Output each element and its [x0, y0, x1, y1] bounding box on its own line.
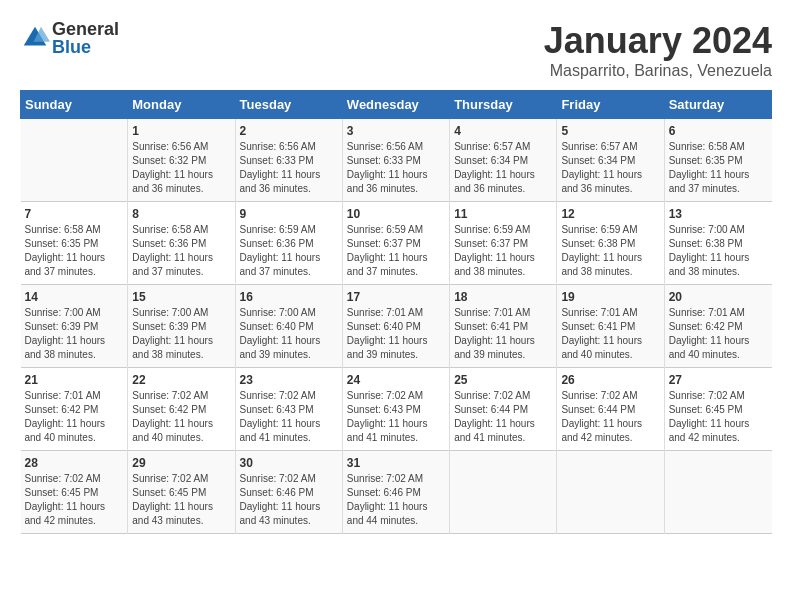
calendar-cell: 24Sunrise: 7:02 AMSunset: 6:43 PMDayligh… — [342, 368, 449, 451]
day-number: 16 — [240, 290, 338, 304]
calendar-cell: 14Sunrise: 7:00 AMSunset: 6:39 PMDayligh… — [21, 285, 128, 368]
calendar-cell: 8Sunrise: 6:58 AMSunset: 6:36 PMDaylight… — [128, 202, 235, 285]
day-info: Sunrise: 6:56 AMSunset: 6:33 PMDaylight:… — [347, 140, 445, 196]
day-info: Sunrise: 7:02 AMSunset: 6:45 PMDaylight:… — [669, 389, 768, 445]
day-info: Sunrise: 7:02 AMSunset: 6:45 PMDaylight:… — [132, 472, 230, 528]
day-info: Sunrise: 7:00 AMSunset: 6:38 PMDaylight:… — [669, 223, 768, 279]
day-number: 26 — [561, 373, 659, 387]
day-info: Sunrise: 7:00 AMSunset: 6:40 PMDaylight:… — [240, 306, 338, 362]
calendar-cell: 26Sunrise: 7:02 AMSunset: 6:44 PMDayligh… — [557, 368, 664, 451]
calendar-cell: 31Sunrise: 7:02 AMSunset: 6:46 PMDayligh… — [342, 451, 449, 534]
day-number: 8 — [132, 207, 230, 221]
day-info: Sunrise: 7:01 AMSunset: 6:42 PMDaylight:… — [669, 306, 768, 362]
day-number: 23 — [240, 373, 338, 387]
day-number: 6 — [669, 124, 768, 138]
day-info: Sunrise: 6:59 AMSunset: 6:38 PMDaylight:… — [561, 223, 659, 279]
day-info: Sunrise: 6:58 AMSunset: 6:35 PMDaylight:… — [669, 140, 768, 196]
day-info: Sunrise: 6:57 AMSunset: 6:34 PMDaylight:… — [454, 140, 552, 196]
day-number: 27 — [669, 373, 768, 387]
day-number: 25 — [454, 373, 552, 387]
header-row: SundayMondayTuesdayWednesdayThursdayFrid… — [21, 91, 772, 119]
logo-general: General — [52, 20, 119, 38]
week-row-3: 14Sunrise: 7:00 AMSunset: 6:39 PMDayligh… — [21, 285, 772, 368]
day-info: Sunrise: 6:56 AMSunset: 6:33 PMDaylight:… — [240, 140, 338, 196]
calendar-table: SundayMondayTuesdayWednesdayThursdayFrid… — [20, 90, 772, 534]
header-thursday: Thursday — [450, 91, 557, 119]
calendar-cell: 5Sunrise: 6:57 AMSunset: 6:34 PMDaylight… — [557, 119, 664, 202]
calendar-cell: 12Sunrise: 6:59 AMSunset: 6:38 PMDayligh… — [557, 202, 664, 285]
day-info: Sunrise: 7:02 AMSunset: 6:43 PMDaylight:… — [347, 389, 445, 445]
day-number: 5 — [561, 124, 659, 138]
calendar-cell: 29Sunrise: 7:02 AMSunset: 6:45 PMDayligh… — [128, 451, 235, 534]
day-info: Sunrise: 7:02 AMSunset: 6:46 PMDaylight:… — [240, 472, 338, 528]
week-row-1: 1Sunrise: 6:56 AMSunset: 6:32 PMDaylight… — [21, 119, 772, 202]
day-info: Sunrise: 7:00 AMSunset: 6:39 PMDaylight:… — [132, 306, 230, 362]
header-monday: Monday — [128, 91, 235, 119]
calendar-cell: 21Sunrise: 7:01 AMSunset: 6:42 PMDayligh… — [21, 368, 128, 451]
day-number: 7 — [25, 207, 124, 221]
week-row-2: 7Sunrise: 6:58 AMSunset: 6:35 PMDaylight… — [21, 202, 772, 285]
day-number: 15 — [132, 290, 230, 304]
calendar-cell: 23Sunrise: 7:02 AMSunset: 6:43 PMDayligh… — [235, 368, 342, 451]
page-header: General Blue January 2024 Masparrito, Ba… — [20, 20, 772, 80]
day-number: 11 — [454, 207, 552, 221]
day-number: 13 — [669, 207, 768, 221]
header-wednesday: Wednesday — [342, 91, 449, 119]
day-number: 12 — [561, 207, 659, 221]
calendar-cell: 27Sunrise: 7:02 AMSunset: 6:45 PMDayligh… — [664, 368, 771, 451]
calendar-title: January 2024 — [544, 20, 772, 62]
calendar-cell: 2Sunrise: 6:56 AMSunset: 6:33 PMDaylight… — [235, 119, 342, 202]
calendar-cell: 7Sunrise: 6:58 AMSunset: 6:35 PMDaylight… — [21, 202, 128, 285]
calendar-cell: 15Sunrise: 7:00 AMSunset: 6:39 PMDayligh… — [128, 285, 235, 368]
day-info: Sunrise: 6:57 AMSunset: 6:34 PMDaylight:… — [561, 140, 659, 196]
day-number: 19 — [561, 290, 659, 304]
calendar-cell: 20Sunrise: 7:01 AMSunset: 6:42 PMDayligh… — [664, 285, 771, 368]
calendar-cell — [664, 451, 771, 534]
calendar-cell: 18Sunrise: 7:01 AMSunset: 6:41 PMDayligh… — [450, 285, 557, 368]
calendar-cell — [557, 451, 664, 534]
calendar-cell — [450, 451, 557, 534]
calendar-header: SundayMondayTuesdayWednesdayThursdayFrid… — [21, 91, 772, 119]
day-info: Sunrise: 7:00 AMSunset: 6:39 PMDaylight:… — [25, 306, 124, 362]
calendar-cell: 10Sunrise: 6:59 AMSunset: 6:37 PMDayligh… — [342, 202, 449, 285]
day-number: 3 — [347, 124, 445, 138]
day-number: 4 — [454, 124, 552, 138]
calendar-body: 1Sunrise: 6:56 AMSunset: 6:32 PMDaylight… — [21, 119, 772, 534]
day-info: Sunrise: 6:56 AMSunset: 6:32 PMDaylight:… — [132, 140, 230, 196]
day-number: 21 — [25, 373, 124, 387]
calendar-cell: 16Sunrise: 7:00 AMSunset: 6:40 PMDayligh… — [235, 285, 342, 368]
title-section: January 2024 Masparrito, Barinas, Venezu… — [544, 20, 772, 80]
logo: General Blue — [20, 20, 119, 56]
day-info: Sunrise: 6:59 AMSunset: 6:37 PMDaylight:… — [454, 223, 552, 279]
calendar-cell: 25Sunrise: 7:02 AMSunset: 6:44 PMDayligh… — [450, 368, 557, 451]
day-info: Sunrise: 7:01 AMSunset: 6:41 PMDaylight:… — [561, 306, 659, 362]
calendar-cell: 4Sunrise: 6:57 AMSunset: 6:34 PMDaylight… — [450, 119, 557, 202]
day-number: 9 — [240, 207, 338, 221]
week-row-4: 21Sunrise: 7:01 AMSunset: 6:42 PMDayligh… — [21, 368, 772, 451]
calendar-cell: 9Sunrise: 6:59 AMSunset: 6:36 PMDaylight… — [235, 202, 342, 285]
day-info: Sunrise: 6:59 AMSunset: 6:36 PMDaylight:… — [240, 223, 338, 279]
calendar-cell: 3Sunrise: 6:56 AMSunset: 6:33 PMDaylight… — [342, 119, 449, 202]
calendar-cell: 22Sunrise: 7:02 AMSunset: 6:42 PMDayligh… — [128, 368, 235, 451]
calendar-cell: 13Sunrise: 7:00 AMSunset: 6:38 PMDayligh… — [664, 202, 771, 285]
day-number: 24 — [347, 373, 445, 387]
calendar-cell: 19Sunrise: 7:01 AMSunset: 6:41 PMDayligh… — [557, 285, 664, 368]
day-number: 30 — [240, 456, 338, 470]
day-info: Sunrise: 6:58 AMSunset: 6:35 PMDaylight:… — [25, 223, 124, 279]
logo-icon — [20, 23, 50, 53]
logo-blue: Blue — [52, 38, 119, 56]
calendar-cell: 1Sunrise: 6:56 AMSunset: 6:32 PMDaylight… — [128, 119, 235, 202]
calendar-cell: 30Sunrise: 7:02 AMSunset: 6:46 PMDayligh… — [235, 451, 342, 534]
header-friday: Friday — [557, 91, 664, 119]
calendar-cell: 11Sunrise: 6:59 AMSunset: 6:37 PMDayligh… — [450, 202, 557, 285]
day-number: 18 — [454, 290, 552, 304]
day-info: Sunrise: 7:01 AMSunset: 6:40 PMDaylight:… — [347, 306, 445, 362]
day-info: Sunrise: 7:02 AMSunset: 6:44 PMDaylight:… — [561, 389, 659, 445]
day-number: 31 — [347, 456, 445, 470]
day-info: Sunrise: 7:02 AMSunset: 6:44 PMDaylight:… — [454, 389, 552, 445]
day-info: Sunrise: 6:58 AMSunset: 6:36 PMDaylight:… — [132, 223, 230, 279]
day-info: Sunrise: 7:02 AMSunset: 6:45 PMDaylight:… — [25, 472, 124, 528]
day-number: 17 — [347, 290, 445, 304]
header-sunday: Sunday — [21, 91, 128, 119]
day-info: Sunrise: 7:02 AMSunset: 6:42 PMDaylight:… — [132, 389, 230, 445]
